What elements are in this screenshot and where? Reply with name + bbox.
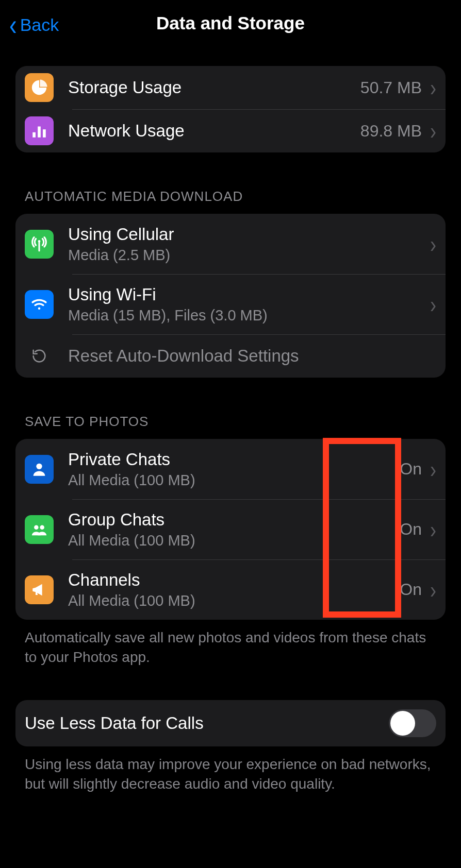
chevron-right-icon: › [430,517,436,541]
svg-point-3 [38,240,41,243]
less-data-group: Use Less Data for Calls [15,700,446,746]
reset-auto-download-row[interactable]: Reset Auto-Download Settings [15,334,446,378]
svg-point-4 [38,307,41,310]
network-usage-value: 89.8 MB [360,122,422,141]
using-wifi-sublabel: Media (15 MB), Files (3.0 MB) [68,307,430,324]
group-chats-sublabel: All Media (100 MB) [68,532,400,549]
storage-usage-row[interactable]: Storage Usage 50.7 MB › [15,66,446,109]
use-less-data-switch[interactable] [389,709,436,737]
private-chats-value: On [400,459,422,479]
using-cellular-row[interactable]: Using Cellular Media (2.5 MB) › [15,214,446,274]
save-to-photos-footer: Automatically save all new photos and vi… [15,620,446,667]
using-cellular-label: Using Cellular [68,224,430,245]
svg-point-7 [40,525,44,530]
use-less-data-label: Use Less Data for Calls [25,713,389,734]
pie-chart-icon [25,73,54,102]
private-chats-row[interactable]: Private Chats All Media (100 MB) On › [15,439,446,499]
less-data-footer: Using less data may improve your experie… [15,746,446,794]
using-wifi-row[interactable]: Using Wi-Fi Media (15 MB), Files (3.0 MB… [15,274,446,334]
using-wifi-label: Using Wi-Fi [68,284,430,305]
save-to-photos-header: SAVE TO PHOTOS [15,414,446,439]
antenna-icon [25,230,54,259]
chevron-right-icon: › [430,119,436,143]
channels-value: On [400,580,422,599]
chevron-right-icon: › [430,232,436,256]
svg-rect-0 [32,132,36,138]
bar-chart-icon [25,116,54,145]
save-to-photos-group: Private Chats All Media (100 MB) On › Gr… [15,439,446,620]
chevron-right-icon: › [430,457,436,481]
svg-rect-2 [43,129,46,138]
chevron-left-icon: ‹ [9,10,17,39]
group-icon [25,515,54,544]
private-chats-sublabel: All Media (100 MB) [68,472,400,489]
back-button[interactable]: ‹ Back [9,13,59,36]
group-chats-value: On [400,520,422,539]
auto-download-header: AUTOMATIC MEDIA DOWNLOAD [15,189,446,214]
svg-point-5 [36,463,42,469]
channels-row[interactable]: Channels All Media (100 MB) On › [15,559,446,620]
private-chats-label: Private Chats [68,449,400,470]
usage-group: Storage Usage 50.7 MB › Network Usage 89… [15,66,446,152]
svg-point-6 [34,525,39,530]
use-less-data-row[interactable]: Use Less Data for Calls [15,700,446,746]
storage-usage-label: Storage Usage [68,77,360,98]
network-usage-label: Network Usage [68,121,360,141]
chevron-right-icon: › [430,76,436,100]
network-usage-row[interactable]: Network Usage 89.8 MB › [15,109,446,152]
channels-label: Channels [68,570,400,590]
auto-download-group: Using Cellular Media (2.5 MB) › Using Wi… [15,214,446,378]
megaphone-icon [25,575,54,604]
using-cellular-sublabel: Media (2.5 MB) [68,247,430,264]
nav-bar: ‹ Back Data and Storage [0,0,461,46]
chevron-right-icon: › [430,577,436,602]
channels-sublabel: All Media (100 MB) [68,592,400,609]
page-title: Data and Storage [156,13,305,33]
wifi-icon [25,290,54,319]
back-label: Back [20,15,59,35]
storage-usage-value: 50.7 MB [360,78,422,97]
svg-rect-1 [38,127,41,138]
group-chats-row[interactable]: Group Chats All Media (100 MB) On › [15,499,446,559]
reset-icon [25,342,54,370]
group-chats-label: Group Chats [68,509,400,530]
reset-label: Reset Auto-Download Settings [68,346,436,366]
person-icon [25,455,54,484]
chevron-right-icon: › [430,292,436,316]
